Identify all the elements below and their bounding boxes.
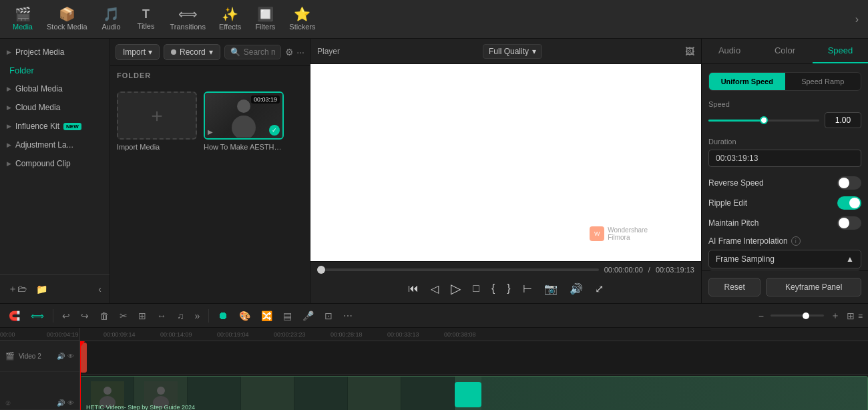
preview-settings-icon[interactable]: 🖼: [685, 46, 694, 57]
duration-input[interactable]: [708, 150, 861, 167]
progress-thumb[interactable]: [317, 266, 325, 274]
sidebar-label-adjustment: Adjustment La...: [15, 140, 73, 150]
svg-point-6: [157, 387, 165, 395]
sidebar-item-influence-kit[interactable]: ▶ Influence Kit NEW: [0, 117, 110, 136]
track-eye-icon[interactable]: 👁: [67, 353, 74, 360]
sidebar-item-global-media[interactable]: ▶ Global Media: [0, 79, 110, 98]
trim-btn[interactable]: ↔: [154, 309, 170, 323]
nav-label-filters: Filters: [255, 23, 275, 31]
delete-btn[interactable]: 🗑: [96, 309, 112, 323]
audio-btn[interactable]: 🔊: [567, 280, 586, 298]
red-clip-marker[interactable]: [80, 343, 87, 373]
group-btn[interactable]: ▤: [280, 309, 295, 323]
info-icon[interactable]: i: [791, 236, 801, 246]
mark-in-btn[interactable]: {: [489, 280, 497, 297]
nav-item-stickers[interactable]: ⭐ Stickers: [282, 3, 322, 35]
zoom-out-btn[interactable]: −: [755, 309, 767, 323]
main-video-clip[interactable]: HETIC Videos- Step by Step Guide 2024: [80, 376, 868, 410]
record-button[interactable]: Record ▾: [164, 44, 220, 60]
effects-icon: ✨: [222, 7, 238, 21]
cut-btn[interactable]: ✂: [116, 309, 131, 323]
uniform-speed-btn[interactable]: Uniform Speed: [709, 73, 785, 90]
speed-slider-track[interactable]: [708, 120, 819, 122]
zoom-in-btn[interactable]: ＋: [827, 308, 843, 324]
progress-row: 00:00:00:00 / 00:03:19:13: [317, 266, 694, 274]
sidebar-label-project-media: Project Media: [15, 47, 64, 57]
stop-btn[interactable]: □: [470, 280, 482, 297]
grid-view-btn[interactable]: ⊞: [847, 311, 855, 321]
nav-item-media[interactable]: 🎬 Media: [5, 3, 40, 35]
more-options-icon[interactable]: ···: [296, 47, 304, 57]
undo-btn[interactable]: ↩: [59, 309, 73, 323]
sidebar-folder-active[interactable]: Folder: [0, 61, 110, 79]
ripple-edit-toggle[interactable]: [837, 196, 861, 210]
progress-track[interactable]: [317, 268, 599, 271]
zoom-slider-thumb[interactable]: [803, 313, 809, 319]
speed-value[interactable]: 1.00: [825, 112, 861, 128]
mark-out-btn[interactable]: }: [504, 280, 513, 297]
search-input[interactable]: [244, 47, 276, 57]
import-button[interactable]: Import ▾: [116, 44, 160, 60]
interpolation-dropdown[interactable]: Frame Sampling ▲: [708, 250, 861, 268]
magnet-tool-btn[interactable]: 🧲: [5, 309, 23, 323]
nav-item-stock[interactable]: 📦 Stock Media: [40, 3, 94, 35]
audio-trim-btn[interactable]: ♫: [174, 309, 188, 323]
list-view-btn[interactable]: ≡: [858, 311, 863, 321]
media-search-bar[interactable]: 🔍: [224, 45, 282, 59]
nav-item-transitions[interactable]: ⟺ Transitions: [164, 3, 212, 35]
reset-button[interactable]: Reset: [708, 278, 761, 296]
folder-btn[interactable]: 📁: [33, 280, 50, 298]
speed-slider-thumb[interactable]: [760, 116, 768, 124]
tab-audio[interactable]: Audio: [702, 39, 757, 63]
snapshot-btn[interactable]: 📷: [541, 280, 560, 298]
filter-icon[interactable]: ⚙: [285, 47, 294, 57]
split-audio-btn[interactable]: 🔀: [258, 309, 276, 323]
speed-ramp-btn[interactable]: Speed Ramp: [785, 73, 861, 90]
record-mark-btn[interactable]: ⏺: [214, 308, 232, 324]
skip-back-btn[interactable]: ⏮: [405, 280, 421, 297]
video-media-item[interactable]: 00:03:19 ▶ ✓ How To Make AESTHET...: [204, 91, 284, 151]
sidebar-bottom: ＋🗁 📁 ‹: [0, 274, 110, 303]
sidebar-item-project-media[interactable]: ▶ Project Media: [0, 43, 110, 61]
redo-btn[interactable]: ↪: [77, 309, 92, 323]
maintain-pitch-toggle[interactable]: [837, 216, 861, 230]
sidebar-item-adjustment[interactable]: ▶ Adjustment La...: [0, 136, 110, 154]
track-speaker-icon[interactable]: 🔊: [57, 353, 65, 360]
reverse-speed-toggle[interactable]: [837, 176, 861, 190]
keyframe-panel-button[interactable]: Keyframe Panel: [766, 278, 861, 296]
zoom-slider[interactable]: [771, 315, 824, 317]
main-eye-icon[interactable]: 👁: [67, 399, 74, 407]
step-back-btn[interactable]: ◁: [428, 280, 441, 298]
collapse-sidebar-btn[interactable]: ‹: [95, 280, 104, 298]
nav-item-filters[interactable]: 🔲 Filters: [248, 3, 282, 35]
sidebar-item-compound-clip[interactable]: ▶ Compound Clip: [0, 154, 110, 173]
plus-icon: ＋: [148, 103, 166, 128]
import-media-item[interactable]: ＋ Import Media: [117, 91, 197, 151]
new-folder-btn[interactable]: ＋🗁: [5, 280, 29, 298]
quality-select[interactable]: Full Quality ▾: [483, 44, 542, 59]
filmora-logo: W: [590, 226, 604, 241]
track-labels: 🎬 Video 2 🔊 👁 ② 🔊 👁: [0, 328, 80, 410]
playhead[interactable]: [80, 341, 81, 410]
fullscreen-btn[interactable]: ⤢: [592, 280, 606, 298]
nav-more-btn[interactable]: ›: [851, 13, 863, 25]
clip-type-btn[interactable]: ⊡: [321, 309, 336, 323]
speed-slider-fill: [708, 120, 764, 122]
nav-item-audio[interactable]: 🎵 Audio: [94, 3, 129, 35]
mic-btn[interactable]: 🎤: [299, 309, 317, 323]
nav-item-effects[interactable]: ✨ Effects: [212, 3, 248, 35]
main-speaker-icon[interactable]: 🔊: [57, 399, 65, 407]
tab-color[interactable]: Color: [757, 39, 813, 63]
more-effects-btn[interactable]: ⋯: [340, 309, 356, 323]
ruler-row: 00:00 00:00:04:19 00:00:09:14 00:00:14:0…: [80, 328, 868, 341]
color-grade-btn[interactable]: 🎨: [236, 309, 254, 323]
sidebar-item-cloud-media[interactable]: ▶ Cloud Media: [0, 98, 110, 117]
play-btn[interactable]: ▷: [448, 278, 463, 299]
split-btn[interactable]: ⊞: [135, 309, 150, 323]
ripple-tool-btn[interactable]: ⟺: [27, 309, 47, 323]
nav-item-titles[interactable]: T Titles: [129, 4, 164, 34]
speed-label: Speed: [708, 100, 861, 108]
tab-speed[interactable]: Speed: [813, 39, 868, 63]
more-tools-btn[interactable]: »: [192, 309, 204, 323]
snap-btn[interactable]: ⊢: [520, 280, 535, 298]
